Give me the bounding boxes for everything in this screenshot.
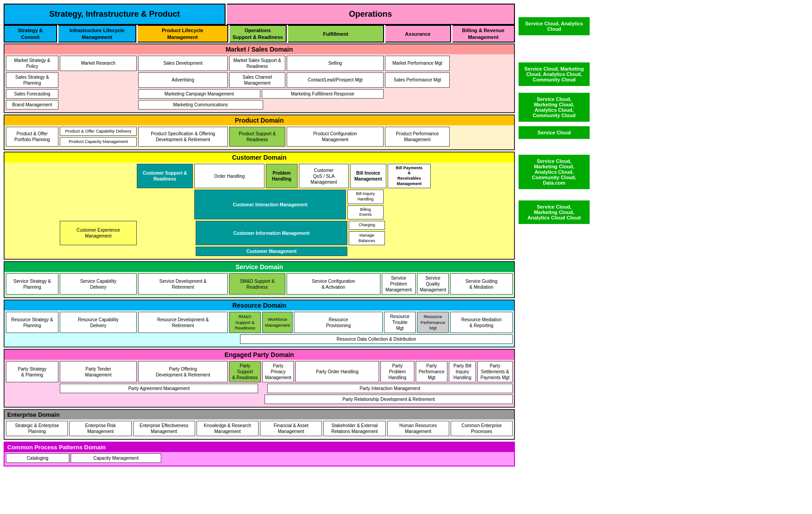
cell-party-order: Party Order Handling	[295, 361, 379, 382]
service-domain: Service Domain Service Strategy &Plannin…	[4, 261, 515, 298]
callout-6: Service Cloud,Marketing Cloud,Analytics …	[519, 200, 590, 224]
cell-charging-stack: Charging ManageBalances	[349, 221, 385, 245]
cell-party-perf: PartyPerformance Mgt	[416, 361, 447, 382]
cust-spacer-11	[349, 247, 385, 256]
cell-party-bill-inquiry: Party BillInquiryHandling	[449, 361, 476, 382]
enterprise-domain-header: Enterprise Domain	[5, 410, 514, 419]
party-domain-header: Engaged Party Domain	[5, 350, 514, 360]
cell-party-agreement: Party Agreement Management	[60, 384, 258, 393]
product-domain-body: Product & OfferPortfolio Planning Produc…	[5, 125, 514, 149]
cell-stakeholder: Stakeholder & ExternalRelations Manageme…	[323, 421, 385, 436]
cell-manage-balances: ManageBalances	[349, 231, 385, 245]
cust-spacer-5	[6, 221, 58, 245]
cell-res-perf: ResourcePerformance Mgt	[417, 312, 449, 333]
cell-svc-guiding: Service Guiding& Mediation	[450, 273, 513, 295]
cell-product-spec: Product Specification & OfferingDevelopm…	[138, 127, 228, 147]
cell-financial: Financial & AssetManagement	[260, 421, 322, 436]
cpp-domain-body: Cataloging Capacity Management	[5, 452, 514, 466]
cell-product-config: Product ConfigurationManagement	[287, 127, 384, 147]
cell-product-support: Product Support &Readiness	[229, 127, 285, 147]
party-row-1: Party Strategy& Planning Party TenderMan…	[6, 361, 513, 382]
cell-product-perf: Product PerformanceManagement	[385, 127, 450, 147]
party-row-3: Party Relationship Development & Retirem…	[6, 395, 513, 404]
cell-cust-support: Customer Support &Readiness	[137, 164, 193, 189]
spacer4	[60, 89, 137, 99]
cell-party-privacy: Party PrivacyManagement	[262, 361, 294, 382]
cell-charging: Charging	[349, 221, 385, 230]
spacer9	[385, 100, 450, 109]
cell-party-problem: Party ProblemHandling	[380, 361, 414, 382]
cell-mktg-fulfill: Marketing Fulfillment Response	[262, 89, 384, 99]
cust-spacer-7	[386, 221, 429, 245]
cell-bill-invoice: Bill InvoiceManagement	[350, 164, 386, 189]
cell-selling: Selling	[287, 56, 384, 71]
sh-strategy: Strategy &Commit	[4, 25, 57, 43]
cell-party-interaction: Party Interaction Management	[267, 384, 513, 393]
callout-2: Service Cloud, Marketing Cloud, Analytic…	[519, 62, 590, 86]
cell-bill-inquiry-stack: Bill InquiryHandling BillingEvents	[347, 190, 384, 219]
cell-res-strategy: Resource Strategy &Planning	[6, 312, 58, 333]
cell-res-mediation: Resource Mediation& Reporting	[450, 312, 513, 333]
cell-cust-exp: Customer ExperienceManagement	[60, 221, 137, 245]
cell-rmo-stack: RM&OSupport &Readiness	[229, 312, 261, 333]
cell-party-relationship: Party Relationship Development & Retirem…	[264, 395, 513, 404]
cust-top-row: Customer Support &Readiness Order Handli…	[6, 164, 513, 189]
sh-assurance: Assurance	[385, 25, 451, 43]
cell-cataloging: Cataloging	[6, 453, 69, 463]
cust-spacer-8	[6, 247, 58, 256]
cell-bill-payments: Bill Payments&ReceivablesManagement	[388, 164, 431, 189]
service-domain-header: Service Domain	[5, 262, 514, 272]
callout-5: Service Cloud,Marketing Cloud,Analytics …	[519, 155, 590, 189]
cell-strategic-planning: Strategic & EnterprisePlanning	[6, 421, 68, 436]
market-domain-body: Market Strategy & Policy Market Research…	[5, 54, 514, 112]
party-spacer2	[259, 384, 266, 393]
resource-domain: Resource Domain Resource Strategy &Plann…	[4, 300, 515, 347]
cust-spacer-2	[6, 190, 135, 219]
cust-spacer-4	[385, 190, 428, 219]
cell-product-cap-mgmt: Product Capacity Management	[60, 137, 137, 146]
diagram-area: Strategy, Infrastructure & Product Opera…	[4, 4, 515, 468]
sh-fulfillment: Fulfillment	[288, 25, 384, 43]
cell-common-ent: Common EnterpriseProcesses	[451, 421, 513, 436]
party-domain: Engaged Party Domain Party Strategy& Pla…	[4, 349, 515, 408]
cell-res-data-collection: Resource Data Collection & Distribution	[240, 334, 513, 344]
cell-res-prov: ResourceProvisioning	[294, 312, 383, 333]
cell-brand: Brand Management	[6, 100, 58, 109]
party-domain-body: Party Strategy& Planning Party TenderMan…	[5, 360, 514, 407]
cell-svc-strategy: Service Strategy &Planning	[6, 273, 58, 295]
cpp-domain-header: Common Process Patterns Domain	[5, 443, 514, 452]
cell-contact-lead: Contact/Lead/Prospect Mgt	[287, 72, 384, 88]
cell-party-offering: Party OfferingDevelopment & Retirement	[138, 361, 228, 382]
party-spacer1	[6, 384, 58, 393]
cell-qos-sla: CustomerQoS / SLAManagement	[299, 164, 349, 189]
resource-domain-header: Resource Domain	[5, 300, 514, 310]
customer-domain: Customer Domain Customer Support &Readin…	[4, 152, 515, 260]
cell-cim: Customer Interaction Management	[194, 190, 346, 219]
cell-mktg-campaign: Marketing Campaign Management	[138, 89, 260, 99]
spacer-prod	[451, 127, 513, 147]
cell-svc-dev: Service Development &Retirement	[138, 273, 228, 295]
customer-domain-header: Customer Domain	[5, 152, 514, 162]
cell-res-cap: Resource CapabilityDelivery	[60, 312, 137, 333]
party-row-2: Party Agreement Management Party Interac…	[6, 384, 513, 393]
cell-res-dev: Resource Development &Retirement	[138, 312, 228, 333]
cust-spacer-left	[6, 164, 135, 189]
cust-cm-row: Customer Management	[6, 247, 513, 256]
spacer2	[60, 72, 137, 88]
callout-1: Service Cloud, Analytics Cloud	[519, 17, 590, 35]
cell-bill-right: Bill Payments&ReceivablesManagement	[388, 164, 431, 189]
spacer5	[385, 89, 450, 99]
enterprise-domain: Enterprise Domain Strategic & Enterprise…	[4, 409, 515, 440]
cell-rmo-support: RM&OSupport &Readiness	[229, 312, 261, 333]
sub-header-row: Strategy &Commit Infrastructure Lifecycl…	[4, 25, 515, 43]
sh-infra: Infrastructure LifecycleManagement	[58, 25, 136, 43]
cell-advertising: Advertising	[138, 72, 228, 88]
cell-capacity-mgmt: Capacity Management	[71, 453, 161, 463]
res-spacer	[6, 334, 239, 344]
resource-row-2: Resource Data Collection & Distribution	[6, 334, 513, 344]
header-sip: Strategy, Infrastructure & Product	[4, 4, 226, 25]
market-domain: Market / Sales Domain Market Strategy & …	[4, 43, 515, 113]
cell-product-offer-cap: Product & Offer Capability Delivery	[60, 127, 137, 136]
cell-workforce-stack: WorkforceManagement	[262, 312, 293, 333]
cell-sales-dev: Sales Development	[138, 56, 228, 71]
